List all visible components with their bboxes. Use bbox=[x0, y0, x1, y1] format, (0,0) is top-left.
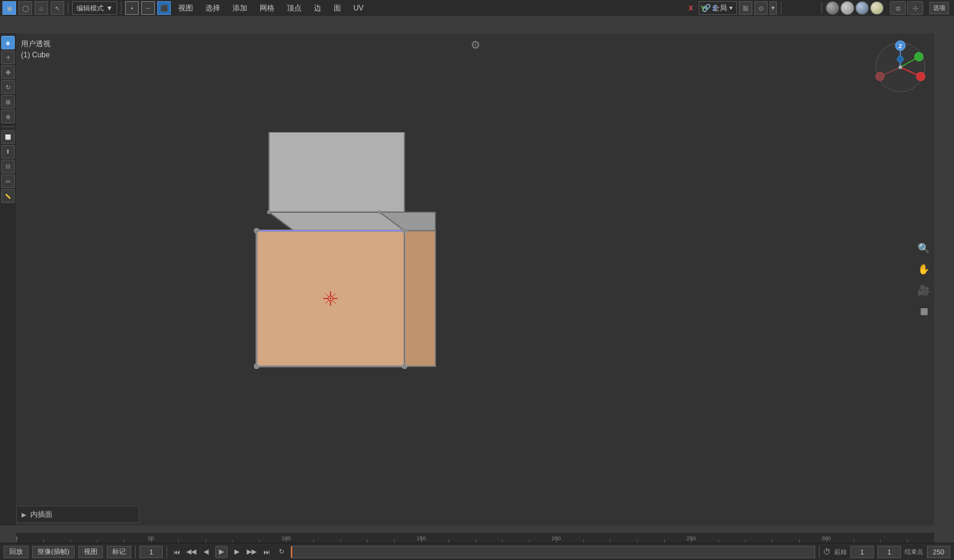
svg-rect-4 bbox=[269, 132, 405, 212]
playback-btn[interactable]: 回放 bbox=[4, 546, 28, 558]
start-label: 起始 bbox=[834, 548, 847, 556]
skip-end-btn[interactable]: ⏭ bbox=[261, 546, 272, 558]
prev-frame-btn[interactable]: ◀ bbox=[200, 546, 212, 558]
transform-tool[interactable]: ⊕ bbox=[1, 110, 15, 123]
clock-icon: ⏱ bbox=[823, 548, 831, 556]
play-btn[interactable]: ▶ bbox=[215, 546, 228, 558]
menu-mesh[interactable]: 网格 bbox=[255, 1, 279, 16]
btm-sep1 bbox=[135, 546, 136, 558]
solid-shade-btn[interactable] bbox=[841, 1, 854, 15]
loop-btn[interactable]: ↻ bbox=[276, 546, 287, 558]
rotate-tool[interactable]: ↻ bbox=[1, 80, 15, 94]
sep2 bbox=[121, 2, 121, 14]
next-key-btn[interactable]: ▶▶ bbox=[246, 546, 257, 558]
svg-point-30 bbox=[916, 72, 925, 81]
skip-start-btn[interactable]: ⏮ bbox=[171, 546, 182, 558]
edit-mode-label: 编辑模式 bbox=[76, 4, 104, 13]
start-frame-input[interactable] bbox=[850, 546, 874, 558]
grid-tool[interactable]: ▦ bbox=[916, 303, 932, 319]
viewport-right-tools: 🔍 ✋ 🎥 ▦ bbox=[916, 240, 932, 319]
menu-uv[interactable]: UV bbox=[348, 1, 369, 15]
capture-btn[interactable]: 抠像(插帧) bbox=[32, 546, 75, 558]
svg-point-21 bbox=[254, 364, 259, 369]
menu-select[interactable]: 选择 bbox=[200, 1, 225, 16]
bottom-bar: 回放 抠像(插帧) 视图 标记 ⏮ ◀◀ ◀ ▶ ▶ ▶▶ ⏭ ↻ ⏱ 起始 1… bbox=[0, 543, 954, 560]
axis-z-label[interactable]: Z bbox=[710, 4, 719, 12]
end-frame-input[interactable] bbox=[927, 546, 950, 558]
svg-point-22 bbox=[402, 364, 407, 369]
panel-arrow: ▶ bbox=[22, 511, 27, 518]
wireframe-shade-btn[interactable] bbox=[826, 1, 839, 15]
end-label: 结束点 bbox=[905, 548, 923, 556]
inset-tool[interactable]: ⬜ bbox=[1, 130, 15, 144]
select-mode-box[interactable]: ▣ bbox=[2, 1, 16, 15]
axis-y-label[interactable]: Y bbox=[698, 4, 707, 12]
current-frame-input[interactable] bbox=[139, 546, 163, 558]
timeline-cursor bbox=[291, 546, 292, 558]
sep1 bbox=[68, 2, 68, 14]
select-mode-dropdown[interactable]: 选项 bbox=[929, 2, 949, 14]
knife-tool[interactable]: ✂ bbox=[1, 175, 15, 188]
render-shade-btn[interactable] bbox=[870, 1, 884, 15]
menu-face[interactable]: 面 bbox=[329, 1, 346, 16]
camera-tool[interactable]: 🎥 bbox=[916, 282, 932, 298]
sep4 bbox=[821, 2, 822, 14]
viewport-gear-icon: ⚙ bbox=[471, 38, 480, 52]
gizmos-btn[interactable]: ⊹ bbox=[907, 1, 923, 15]
sep3 bbox=[781, 2, 781, 14]
axis-display: X Y Z bbox=[686, 0, 719, 16]
zoom-tool[interactable]: 🔍 bbox=[916, 240, 932, 256]
markers-btn[interactable]: 标记 bbox=[107, 546, 131, 558]
svg-point-19 bbox=[254, 228, 259, 233]
vertex-mode-btn[interactable]: • bbox=[125, 1, 139, 15]
left-toolbar: ◈ ✛ ✥ ↻ ⊞ ⊕ ⬜ ⬆ ⊟ ✂ 📏 bbox=[0, 33, 16, 525]
select-box-tool[interactable]: ◈ bbox=[1, 36, 15, 49]
cursor-tool[interactable]: ✛ bbox=[1, 51, 15, 64]
viewport[interactable]: 用户透视 (1) Cube ⚙ bbox=[16, 33, 934, 525]
svg-point-17 bbox=[330, 298, 332, 300]
move-tool[interactable]: ✥ bbox=[1, 65, 15, 79]
extrude-tool[interactable]: ⬆ bbox=[1, 145, 15, 159]
svg-point-20 bbox=[402, 228, 407, 233]
edit-mode-dropdown[interactable]: 编辑模式 ▼ bbox=[72, 1, 117, 15]
measure-tool[interactable]: 📏 bbox=[1, 189, 15, 203]
face-mode-btn[interactable]: ⬛ bbox=[157, 1, 171, 15]
view-btn[interactable]: 视图 bbox=[78, 546, 103, 558]
loop-icon[interactable]: ⛓ bbox=[739, 1, 752, 15]
menu-vertex[interactable]: 顶点 bbox=[282, 1, 306, 16]
material-shade-btn[interactable] bbox=[855, 1, 869, 15]
next-frame-btn[interactable]: ▶ bbox=[231, 546, 242, 558]
axis-x-label[interactable]: X bbox=[686, 4, 696, 12]
nav-gizmo[interactable]: Z bbox=[873, 39, 928, 95]
btm-sep2 bbox=[167, 546, 167, 558]
svg-point-23 bbox=[267, 210, 271, 214]
select-mode-tweak[interactable]: ↖ bbox=[51, 1, 64, 15]
grid-background bbox=[16, 33, 201, 126]
overlays-btn[interactable]: ⧈ bbox=[890, 1, 906, 15]
loop-cut-tool[interactable]: ⊟ bbox=[1, 160, 15, 173]
panel-label: 内插面 bbox=[30, 509, 52, 520]
edge-mode-btn[interactable]: ╌ bbox=[141, 1, 155, 15]
menu-edge[interactable]: 边 bbox=[309, 1, 326, 16]
pan-tool[interactable]: ✋ bbox=[916, 261, 932, 277]
menu-add[interactable]: 添加 bbox=[228, 1, 252, 16]
proportional-icon[interactable]: ⊙ bbox=[754, 1, 768, 15]
edit-mode-arrow: ▼ bbox=[106, 4, 113, 12]
scale-tool[interactable]: ⊞ bbox=[1, 95, 15, 109]
svg-point-24 bbox=[378, 210, 382, 214]
left-separator bbox=[2, 126, 14, 127]
cube-svg bbox=[207, 132, 454, 391]
svg-point-36 bbox=[898, 65, 902, 69]
prev-key-btn[interactable]: ◀◀ bbox=[186, 546, 197, 558]
frame-counter[interactable]: 1 bbox=[878, 546, 901, 558]
top-toolbar: ▣ ◯ ⌂ ↖ 编辑模式 ▼ • ╌ ⬛ 视图 选择 添加 网格 顶点 边 面 … bbox=[0, 0, 954, 16]
select-mode-lasso[interactable]: ⌂ bbox=[35, 1, 48, 15]
svg-text:Z: Z bbox=[898, 43, 902, 49]
inner-face-panel[interactable]: ▶ 内插面 bbox=[16, 506, 139, 523]
timeline-bar[interactable] bbox=[290, 546, 815, 558]
select-mode-circle[interactable]: ◯ bbox=[19, 1, 32, 15]
menu-view[interactable]: 视图 bbox=[173, 1, 198, 16]
proportional-dropdown[interactable]: ▼ bbox=[770, 1, 777, 15]
snap-dropdown: ▼ bbox=[728, 5, 734, 11]
btm-sep3 bbox=[819, 546, 820, 558]
